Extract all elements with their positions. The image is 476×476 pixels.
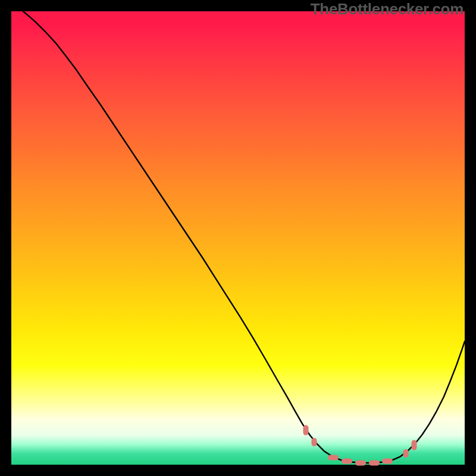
watermark-text: TheBottlenecker.com	[311, 0, 464, 18]
chart-marker	[411, 440, 416, 450]
chart-marker	[382, 458, 393, 464]
chart-marker	[403, 449, 408, 458]
chart-markers	[11, 11, 465, 465]
chart-plot-area	[11, 11, 465, 465]
chart-marker	[312, 438, 317, 446]
chart-marker	[328, 455, 339, 460]
chart-marker	[369, 460, 380, 465]
chart-marker	[342, 458, 352, 464]
chart-marker	[303, 425, 309, 436]
chart-marker	[355, 460, 366, 465]
